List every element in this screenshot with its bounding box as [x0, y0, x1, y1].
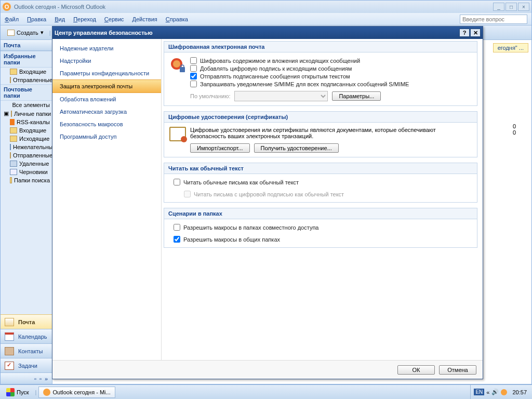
- nav-junk[interactable]: Нежелательные: [1, 143, 52, 151]
- menu-actions[interactable]: Действия: [132, 16, 157, 22]
- svg-point-1: [173, 60, 180, 68]
- nav-rss[interactable]: RSS-каналы: [1, 118, 52, 126]
- group-read-plain: Читать как обычный текст Читать обычные …: [164, 163, 477, 203]
- cancel-button[interactable]: Отмена: [439, 365, 476, 375]
- calendar-icon: [5, 332, 14, 341]
- chk-cleartext[interactable]: [190, 73, 197, 79]
- nav-module-calendar[interactable]: Календарь: [1, 329, 52, 343]
- nav-module-contacts[interactable]: Контакты: [1, 343, 52, 358]
- tray-icon[interactable]: [501, 389, 507, 395]
- inbox-icon: [10, 69, 17, 75]
- chk-smime-receipt[interactable]: [190, 81, 197, 87]
- nav-addins[interactable]: Надстройки: [52, 55, 161, 67]
- menu-help[interactable]: Справка: [166, 16, 188, 22]
- nav-module-mail[interactable]: Почта: [1, 314, 52, 329]
- menu-file[interactable]: Файл: [5, 16, 19, 22]
- import-export-button[interactable]: Импорт/экспорт...: [190, 143, 250, 153]
- nav-sent2[interactable]: Отправленные: [1, 151, 52, 159]
- clock[interactable]: 20:57: [509, 389, 530, 395]
- menu-go[interactable]: Переход: [73, 16, 96, 22]
- chk-encrypt[interactable]: [190, 57, 197, 64]
- shortcut-icon: ▫: [34, 376, 36, 382]
- get-certificate-button[interactable]: Получить удостоверение...: [254, 143, 339, 153]
- maximize-button[interactable]: □: [506, 3, 517, 11]
- dialog-footer: ОК Отмена: [52, 360, 483, 379]
- language-indicator[interactable]: EN: [474, 389, 484, 395]
- menu-tools[interactable]: Сервис: [104, 16, 124, 22]
- group-header: Шифрованная электронная почта: [164, 42, 477, 52]
- dialog-close-button[interactable]: ✕: [470, 29, 481, 37]
- tray-volume-icon[interactable]: 🔊: [491, 389, 499, 395]
- dialog-nav: Надежные издатели Надстройки Параметры к…: [52, 39, 162, 360]
- rss-icon: [10, 119, 15, 125]
- menu-edit[interactable]: Правка: [27, 16, 46, 22]
- nav-section-favorites[interactable]: Избранные папки: [1, 51, 52, 68]
- mail-icon: [5, 318, 14, 326]
- nav-module-shortcuts[interactable]: ▫▫»: [1, 373, 52, 384]
- search-folder-icon: [10, 177, 12, 183]
- nav-attachments[interactable]: Обработка вложений: [52, 93, 161, 105]
- main-titlebar: O Outlook сегодня - Microsoft Outlook _ …: [1, 1, 531, 13]
- nav-all-items[interactable]: Все элементы: [1, 101, 52, 109]
- nav-search-folders[interactable]: Папки поиска: [1, 176, 52, 184]
- chevron-icon: »: [45, 376, 48, 382]
- junk-icon: [10, 144, 11, 150]
- count-value: 0: [500, 129, 516, 136]
- tasks-icon: ✓: [5, 362, 14, 370]
- chk-sign[interactable]: [190, 65, 197, 72]
- group-certificates: Цифровые удостоверения (сертификаты) Циф…: [164, 111, 477, 157]
- chk-read-signed-plain: [184, 191, 191, 197]
- chk-shared-folder-scripts[interactable]: [174, 224, 180, 231]
- minimize-button[interactable]: _: [493, 3, 504, 11]
- nav-macro-security[interactable]: Безопасность макросов: [52, 118, 161, 130]
- outlook-icon: O: [3, 3, 11, 11]
- sent-icon: [10, 77, 11, 83]
- chevron-down-icon: ▾: [41, 29, 44, 36]
- close-button[interactable]: ×: [518, 3, 529, 11]
- menu-view[interactable]: Вид: [55, 16, 65, 22]
- dialog-help-button[interactable]: ?: [459, 29, 470, 37]
- default-setting-select[interactable]: [234, 91, 328, 101]
- trust-center-dialog: Центр управления безопасностью ? ✕ Надеж…: [52, 26, 483, 379]
- create-button[interactable]: Создать ▾: [4, 28, 47, 37]
- help-question-input[interactable]: [460, 15, 527, 24]
- sent-icon: [10, 152, 11, 158]
- nav-inbox2[interactable]: Входящие: [1, 126, 52, 135]
- outlook-icon: [43, 389, 50, 396]
- chk-public-folder-scripts[interactable]: [174, 236, 180, 243]
- today-customize-button[interactable]: егодня" ...: [493, 43, 528, 52]
- certificate-icon: [169, 127, 186, 141]
- windows-icon: [6, 388, 15, 396]
- nav-outgoing[interactable]: Исходящие: [1, 135, 52, 143]
- dialog-titlebar[interactable]: Центр управления безопасностью ? ✕: [52, 26, 483, 39]
- inbox-icon: [10, 127, 17, 134]
- nav-personal-folders[interactable]: ▣ Личные папки: [1, 109, 52, 118]
- nav-privacy[interactable]: Параметры конфиденциальности: [52, 67, 161, 79]
- nav-email-security[interactable]: Защита электронной почты: [52, 79, 161, 93]
- nav-trusted-publishers[interactable]: Надежные издатели: [52, 42, 161, 55]
- dialog-title: Центр управления безопасностью: [55, 30, 153, 36]
- nav-auto-download[interactable]: Автоматическая загрузка: [52, 105, 161, 118]
- nav-drafts[interactable]: Черновики: [1, 168, 52, 176]
- nav-programmatic-access[interactable]: Программный доступ: [52, 130, 161, 143]
- count-value: 0: [500, 123, 516, 129]
- nav-module-tasks[interactable]: ✓ Задачи: [1, 358, 52, 373]
- taskbar-outlook-button[interactable]: Outlook сегодня - Mi...: [38, 387, 115, 398]
- drafts-icon: [10, 169, 17, 175]
- chk-read-plain[interactable]: [174, 179, 180, 185]
- nav-fav-sent[interactable]: Отправленные: [1, 76, 52, 84]
- navigation-pane: Почта Избранные папки Входящие Отправлен…: [1, 40, 52, 384]
- dialog-content: Шифрованная электронная почта Шифровать …: [162, 39, 483, 360]
- nav-fav-inbox[interactable]: Входящие: [1, 68, 52, 76]
- nav-section-mail-folders[interactable]: Почтовые папки: [1, 84, 52, 101]
- nav-deleted[interactable]: Удаленные: [1, 159, 52, 168]
- shortcut-icon: ▫: [39, 376, 42, 382]
- start-button[interactable]: Пуск: [2, 387, 33, 397]
- help-question-box[interactable]: [460, 15, 527, 24]
- tray-icon[interactable]: «: [486, 389, 489, 395]
- group-folder-scripts: Сценарии в папках Разрешить макросы в па…: [164, 208, 477, 248]
- default-label: По умолчанию:: [190, 93, 230, 99]
- expand-icon[interactable]: ▣: [4, 110, 9, 117]
- ok-button[interactable]: ОК: [397, 365, 435, 375]
- settings-params-button[interactable]: Параметры...: [332, 91, 381, 101]
